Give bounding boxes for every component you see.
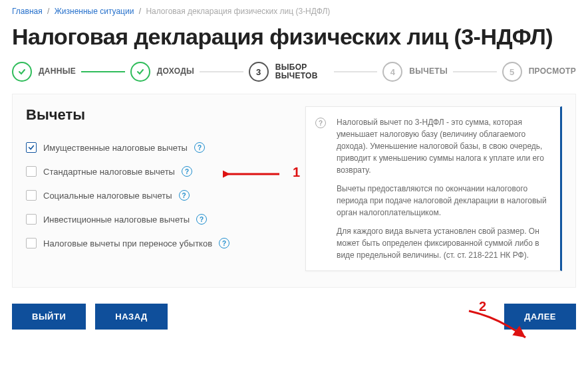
info-paragraph: Для каждого вида вычета установлен свой … bbox=[337, 225, 549, 261]
help-icon[interactable]: ? bbox=[219, 238, 229, 248]
section-title: Вычеты bbox=[26, 106, 285, 124]
check-standard-deductions[interactable]: Стандартные налоговые вычеты ? bbox=[26, 159, 285, 183]
exit-button[interactable]: ВЫЙТИ bbox=[12, 304, 86, 330]
main-panel: Вычеты Имущественные налоговые вычеты ? … bbox=[12, 94, 576, 288]
info-box: ? Налоговый вычет по 3-НДФЛ - это сумма,… bbox=[305, 106, 562, 271]
check-social-deductions[interactable]: Социальные налоговые вычеты ? bbox=[26, 183, 285, 207]
info-icon: ? bbox=[315, 118, 326, 128]
step-number: 4 bbox=[382, 62, 402, 82]
check-label: Имущественные налоговые вычеты bbox=[43, 143, 188, 153]
info-paragraph: Налоговый вычет по 3-НДФЛ - это сумма, к… bbox=[337, 116, 549, 176]
step-label: ДАННЫЕ bbox=[39, 67, 76, 76]
back-button[interactable]: НАЗАД bbox=[95, 304, 168, 330]
check-label: Инвестиционные налоговые вычеты bbox=[43, 215, 190, 225]
step-2[interactable]: ДОХОДЫ bbox=[130, 62, 194, 82]
step-5[interactable]: 5 ПРОСМОТР bbox=[502, 62, 576, 82]
help-icon[interactable]: ? bbox=[194, 142, 205, 153]
checkbox-empty-icon[interactable] bbox=[26, 214, 37, 225]
breadcrumb-current: Налоговая декларация физических лиц (3-Н… bbox=[146, 7, 330, 16]
step-number: 3 bbox=[249, 62, 269, 82]
help-icon[interactable]: ? bbox=[179, 190, 190, 201]
checkbox-empty-icon[interactable] bbox=[26, 238, 37, 248]
check-property-deductions[interactable]: Имущественные налоговые вычеты ? bbox=[26, 136, 285, 159]
check-label: Налоговые вычеты при переносе убытков bbox=[43, 239, 212, 248]
step-1[interactable]: ДАННЫЕ bbox=[12, 62, 76, 82]
check-label: Стандартные налоговые вычеты bbox=[43, 167, 175, 177]
step-label: ДОХОДЫ bbox=[157, 67, 194, 76]
help-icon[interactable]: ? bbox=[196, 214, 207, 225]
stepper: ДАННЫЕ ДОХОДЫ 3 ВЫБОР ВЫЧЕТОВ 4 ВЫЧЕТЫ 5… bbox=[0, 62, 588, 94]
step-label: ПРОСМОТР bbox=[529, 67, 576, 76]
checkbox-empty-icon[interactable] bbox=[26, 166, 37, 177]
button-bar: ВЫЙТИ НАЗАД ДАЛЕЕ bbox=[12, 304, 576, 330]
check-icon bbox=[130, 62, 150, 82]
breadcrumb-home[interactable]: Главная bbox=[12, 7, 43, 16]
breadcrumb-situations[interactable]: Жизненные ситуации bbox=[55, 7, 134, 16]
page-title: Налоговая декларация физических лиц (3-Н… bbox=[0, 20, 588, 62]
info-paragraph: Вычеты предоставляются по окончании нало… bbox=[337, 183, 549, 219]
check-label: Социальные налоговые вычеты bbox=[43, 191, 172, 201]
next-button[interactable]: ДАЛЕЕ bbox=[504, 304, 576, 330]
step-number: 5 bbox=[502, 62, 522, 82]
step-4[interactable]: 4 ВЫЧЕТЫ bbox=[382, 62, 448, 82]
step-3[interactable]: 3 ВЫБОР ВЫЧЕТОВ bbox=[249, 62, 329, 82]
check-investment-deductions[interactable]: Инвестиционные налоговые вычеты ? bbox=[26, 207, 285, 231]
step-label: ВЫБОР ВЫЧЕТОВ bbox=[275, 63, 329, 80]
check-icon bbox=[12, 62, 32, 82]
checkbox-checked-icon[interactable] bbox=[26, 142, 37, 153]
help-icon[interactable]: ? bbox=[182, 166, 192, 177]
step-label: ВЫЧЕТЫ bbox=[409, 67, 448, 76]
breadcrumb: Главная / Жизненные ситуации / Налоговая… bbox=[0, 0, 588, 20]
check-loss-carryforward[interactable]: Налоговые вычеты при переносе убытков ? bbox=[26, 231, 285, 255]
checkbox-empty-icon[interactable] bbox=[26, 190, 37, 201]
